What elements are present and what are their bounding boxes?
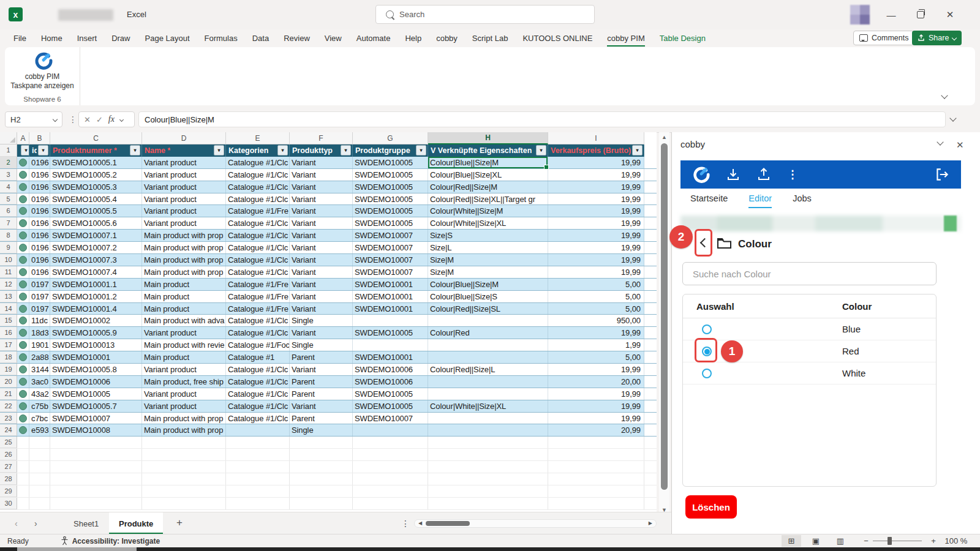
grid-cell[interactable] [17,230,29,241]
grid-cell[interactable]: SWDEMO10007.3 [50,254,142,266]
grid-cell[interactable]: SWDEMO10005.9 [50,327,142,339]
grid-cell[interactable] [50,461,142,473]
grid-cell[interactable] [548,461,644,473]
row-header-1[interactable]: 1 [0,144,17,157]
row-header-8[interactable]: 8 [0,230,17,241]
scroll-right-icon[interactable]: ▶ [649,520,652,526]
column-header-H[interactable]: H [428,132,548,144]
scroll-left-icon[interactable]: ◀ [418,520,422,526]
grid-cell[interactable]: SWDEMO10007 [353,230,428,241]
grid-cell[interactable]: Main product with revie [142,339,226,351]
grid-cell[interactable]: SWDEMO10006 [353,364,428,375]
grid-cell[interactable] [17,388,29,400]
grid-cell[interactable]: Catalogue #1 [226,351,290,363]
grid-cell[interactable]: Colour|Red||Size|M [428,181,548,193]
grid-cell[interactable] [17,485,29,497]
panel-tab-editor[interactable]: Editor [748,193,772,208]
row-header-9[interactable]: 9 [0,242,17,253]
grid-cell[interactable]: Main product [142,279,226,290]
grid-cell[interactable]: Parent [290,388,353,400]
ribbon-tab-data[interactable]: Data [245,29,276,47]
zoom-slider[interactable] [873,541,922,541]
column-header-G[interactable]: G [353,132,428,144]
grid-cell[interactable] [17,498,29,509]
grid-cell[interactable]: 19,99 [548,327,644,339]
grid-cell[interactable] [428,485,548,497]
grid-cell[interactable]: 19,99 [548,266,644,278]
grid-cell[interactable] [17,437,29,448]
grid-cell[interactable] [17,181,29,193]
grid-cell[interactable] [29,473,50,485]
panel-search-input[interactable]: Suche nach Colour [682,262,937,285]
grid-cell[interactable]: 950,00 [548,315,644,326]
ribbon-tab-file[interactable]: File [6,29,34,47]
grid-cell[interactable]: c75b [29,400,50,412]
grid-cell[interactable]: 20,00 [548,376,644,388]
grid-cell[interactable] [353,473,428,485]
zoom-level[interactable]: 100 % [941,535,971,547]
grid-cell[interactable] [353,461,428,473]
grid-cell[interactable]: Catalogue #1/Clc [226,181,290,193]
ribbon-tab-table-design[interactable]: Table Design [652,29,713,47]
grid-cell[interactable]: SWDEMO10001 [353,351,428,363]
table-header-cell[interactable]: i▾ [17,144,29,157]
grid-cell[interactable]: c7bc [29,413,50,424]
row-header-21[interactable]: 21 [0,388,17,400]
row-header-14[interactable]: 14 [0,303,17,315]
grid-cell[interactable]: Parent [290,351,353,363]
grid-cell[interactable] [428,473,548,485]
grid-cell[interactable]: Colour|Blue||Size|XL [428,169,548,181]
cobby-logo-icon[interactable] [33,51,53,70]
row-header-24[interactable]: 24 [0,424,17,436]
grid-cell[interactable] [428,449,548,460]
grid-cell[interactable]: Main product [142,291,226,302]
grid-cell[interactable]: 19,99 [548,193,644,205]
grid-cell[interactable] [17,205,29,217]
grid-cell[interactable]: Colour|White||Size|M [428,205,548,217]
table-header-cell[interactable]: Name *▾ [142,144,226,157]
table-header-cell[interactable]: id▾ [29,144,50,157]
page-break-view-icon[interactable]: ▥ [831,535,850,547]
grid-cell[interactable] [17,242,29,253]
grid-cell[interactable]: Variant [290,291,353,302]
grid-cell[interactable] [142,461,226,473]
table-header-cell[interactable]: Produkttyp▾ [290,144,353,157]
grid-cell[interactable]: Variant [290,266,353,278]
grid-cell[interactable] [548,449,644,460]
grid-cell[interactable]: 19,99 [548,413,644,424]
sheet-prev-icon[interactable]: ‹ [15,519,18,528]
ribbon-tab-home[interactable]: Home [34,29,70,47]
grid-cell[interactable]: Variant [290,254,353,266]
grid-cell[interactable] [353,424,428,436]
grid-cell[interactable] [17,424,29,436]
row-header-19[interactable]: 19 [0,364,17,375]
row-header-4[interactable]: 4 [0,181,17,193]
column-header-I[interactable]: I [548,132,644,144]
grid-cell[interactable]: SWDEMO100013 [50,339,142,351]
grid-cell[interactable] [226,424,290,436]
close-button[interactable]: ✕ [941,7,959,22]
grid-cell[interactable] [353,315,428,326]
ribbon-tab-review[interactable]: Review [276,29,317,47]
taskpane-chevron-icon[interactable] [937,138,943,145]
column-header-A[interactable]: A [17,132,29,144]
minimize-button[interactable]: — [882,7,900,22]
grid-cell[interactable]: e593 [29,424,50,436]
normal-view-icon[interactable]: ⊞ [782,535,801,547]
grid-cell[interactable] [226,449,290,460]
row-header-30[interactable]: 30 [0,498,17,509]
grid-cell[interactable]: SWDEMO10007 [353,266,428,278]
grid-cell[interactable]: 0196 [29,181,50,193]
grid-cell[interactable]: Catalogue #1/Fre [226,291,290,302]
column-header-B[interactable]: B [29,132,50,144]
grid-cell[interactable] [353,449,428,460]
grid-cell[interactable]: Catalogue #1/Clc [226,169,290,181]
grid-cell[interactable]: 20,99 [548,424,644,436]
panel-tab-jobs[interactable]: Jobs [793,193,812,208]
grid-cell[interactable] [142,449,226,460]
grid-cell[interactable] [428,437,548,448]
grid-cell[interactable]: SWDEMO10007 [353,242,428,253]
grid-cell[interactable]: Catalogue #1/Clc [226,157,290,168]
row-header-16[interactable]: 16 [0,327,17,339]
grid-cell[interactable] [50,498,142,509]
